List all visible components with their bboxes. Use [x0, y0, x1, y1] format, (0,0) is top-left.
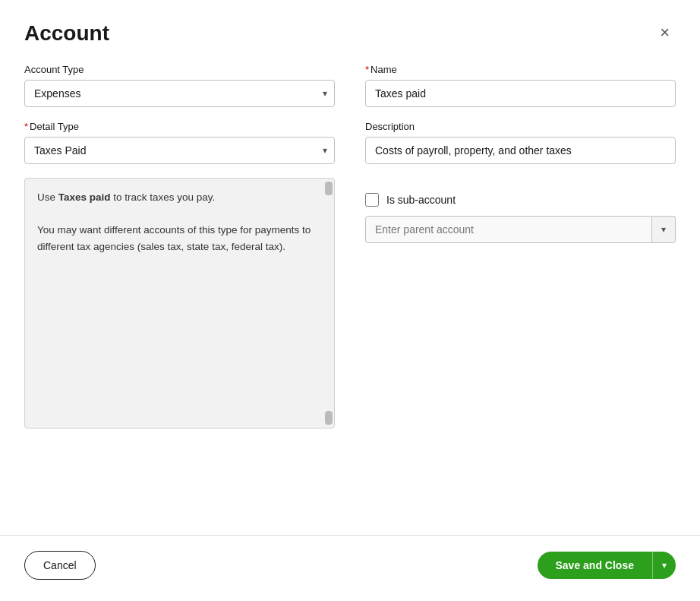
dialog-header: Account × — [0, 0, 700, 46]
save-button-group: Save and Close ▾ — [538, 552, 676, 579]
account-dialog: Account × Account Type Expenses Income A… — [0, 0, 700, 601]
required-star: * — [24, 121, 28, 132]
scrollbar-down-icon[interactable] — [325, 411, 333, 425]
sub-account-section: Is sub-account ▾ — [365, 193, 676, 243]
sub-account-checkbox-row: Is sub-account — [365, 193, 676, 207]
sub-account-checkbox[interactable] — [365, 193, 379, 207]
info-text-line2: You may want different accounts of this … — [37, 222, 322, 255]
detail-type-group: *Detail Type Taxes Paid Other Expenses ▾ — [24, 121, 335, 164]
info-text-line1: Use Taxes paid to track taxes you pay. — [37, 189, 322, 206]
dialog-title: Account — [24, 21, 109, 46]
info-box: Use Taxes paid to track taxes you pay. Y… — [24, 178, 335, 429]
sub-account-label: Is sub-account — [386, 194, 456, 206]
scrollbar-up-icon[interactable] — [325, 182, 333, 195]
save-dropdown-button[interactable]: ▾ — [652, 552, 676, 579]
form-grid: Account Type Expenses Income Assets Liab… — [24, 64, 676, 429]
detail-type-label: *Detail Type — [24, 121, 335, 132]
detail-type-select[interactable]: Taxes Paid Other Expenses — [24, 137, 335, 164]
description-input[interactable] — [365, 137, 676, 164]
dialog-footer: Cancel Save and Close ▾ — [0, 535, 700, 601]
name-required-star: * — [365, 64, 369, 75]
name-input[interactable] — [365, 80, 676, 107]
name-label: *Name — [365, 64, 676, 75]
parent-account-dropdown-button[interactable]: ▾ — [652, 216, 676, 243]
parent-account-input[interactable] — [365, 216, 652, 243]
left-column: Account Type Expenses Income Assets Liab… — [24, 64, 335, 429]
close-button[interactable]: × — [654, 21, 676, 44]
account-type-select[interactable]: Expenses Income Assets Liabilities Equit… — [24, 80, 335, 107]
account-type-label: Account Type — [24, 64, 335, 75]
description-label: Description — [365, 121, 676, 132]
cancel-button[interactable]: Cancel — [24, 551, 96, 580]
right-column: *Name Description Is sub-account ▾ — [365, 64, 676, 429]
description-group: Description — [365, 121, 676, 164]
dialog-body: Account Type Expenses Income Assets Liab… — [0, 46, 700, 535]
name-group: *Name — [365, 64, 676, 107]
detail-type-select-wrapper: Taxes Paid Other Expenses ▾ — [24, 137, 335, 164]
parent-account-wrapper: ▾ — [365, 216, 676, 243]
save-and-close-button[interactable]: Save and Close — [538, 552, 653, 579]
account-type-group: Account Type Expenses Income Assets Liab… — [24, 64, 335, 107]
account-type-select-wrapper: Expenses Income Assets Liabilities Equit… — [24, 80, 335, 107]
